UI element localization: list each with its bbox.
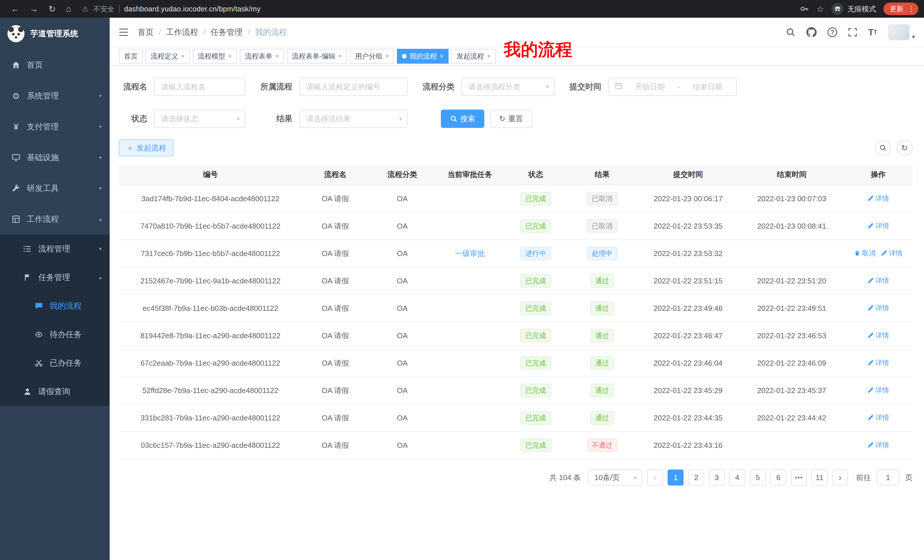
filter-label-submit-time: 提交时间 (568, 81, 602, 92)
process-name-input[interactable] (154, 78, 246, 96)
detail-link[interactable]: 详情 (867, 221, 889, 231)
user-avatar[interactable]: ▾ (888, 24, 915, 40)
address-bar[interactable]: ⚠ 不安全 dashboard.yudao.iocoder.cn/bpm/tas… (82, 4, 800, 14)
close-icon[interactable]: × (338, 52, 342, 60)
github-icon[interactable] (806, 27, 817, 37)
key-icon[interactable] (800, 4, 809, 13)
help-icon[interactable]: ? (828, 27, 837, 37)
eye-icon (33, 330, 45, 339)
detail-link[interactable]: 详情 (867, 331, 889, 340)
col-status: 状态 (504, 165, 568, 185)
cell-status: 已完成 (504, 377, 568, 404)
tab-process-definition[interactable]: 流程定义× (146, 49, 190, 64)
cell-status: 已完成 (504, 213, 568, 240)
breadcrumb-workflow[interactable]: 工作流程 (166, 27, 198, 38)
sidebar-item-task-mgmt[interactable]: 任务管理 ▴ (0, 263, 110, 292)
cell-actions: 取消详情 (844, 240, 913, 267)
refresh-table-button[interactable]: ↻ (897, 140, 913, 156)
home-icon[interactable]: ⌂ (66, 4, 71, 14)
category-select[interactable]: 请选择流程分类 ▾ (461, 78, 555, 96)
page-button-4[interactable]: 4 (729, 470, 745, 485)
cell-actions: 详情 (844, 322, 913, 349)
tab-home[interactable]: 首页 (119, 49, 143, 64)
close-icon[interactable]: × (275, 52, 279, 60)
toggle-search-button[interactable] (875, 140, 891, 156)
submit-time-range[interactable]: 开始日期 - 结束日期 (608, 78, 736, 96)
star-icon[interactable]: ☆ (816, 4, 824, 14)
page-button-1[interactable]: 1 (668, 470, 684, 485)
sidebar-item-workflow[interactable]: 工作流程 ▴ (0, 204, 110, 235)
cell-current-task (436, 431, 504, 459)
table-row: ec45f38f-7b9a-11ec-b03b-acde48001122 OA … (119, 295, 913, 322)
profile-chip[interactable]: 无痕模式 (831, 3, 876, 15)
page-button-last[interactable]: 11 (812, 470, 828, 485)
tab-process-model[interactable]: 流程模型× (193, 49, 237, 64)
breadcrumb-home[interactable]: 首页 (138, 27, 154, 38)
result-select[interactable]: 请选择流结果 ▾ (299, 109, 408, 128)
page-button-2[interactable]: 2 (688, 470, 704, 485)
tab-process-form[interactable]: 流程表单× (240, 49, 284, 64)
sidebar-item-system[interactable]: ⚙ 系统管理 ▾ (0, 81, 110, 111)
tab-process-form-edit[interactable]: 流程表单-编辑× (287, 49, 347, 64)
sidebar-item-home[interactable]: 首页 (0, 49, 110, 81)
close-icon[interactable]: × (440, 52, 444, 60)
cell-submit-time: 2022-01-22 23:53:32 (636, 240, 740, 267)
prev-page-button[interactable]: ‹ (647, 470, 663, 485)
table-toolbar: ＋ 发起流程 ↻ (110, 139, 924, 156)
page-button-3[interactable]: 3 (709, 470, 725, 485)
detail-link[interactable]: 详情 (867, 440, 889, 449)
close-icon[interactable]: × (228, 52, 232, 60)
sidebar-item-my-process[interactable]: 我的流程 (0, 292, 110, 320)
tab-user-group[interactable]: 用户分组× (350, 49, 394, 64)
close-icon[interactable]: × (385, 52, 389, 60)
sidebar-item-devtools[interactable]: 研发工具 ▾ (0, 173, 110, 204)
browser-menu-icon[interactable]: ⋮ (908, 4, 915, 13)
back-icon[interactable]: ← (11, 4, 20, 14)
status-select[interactable]: 请选择状态 ▾ (154, 109, 246, 128)
chevron-down-icon: ▾ (399, 115, 402, 122)
cell-process-name: OA 请假 (302, 267, 369, 295)
page-size-select[interactable]: 10条/页 ▾ (588, 470, 642, 485)
reset-button[interactable]: ↻ 重置 (490, 109, 532, 128)
goto-page-input[interactable] (877, 470, 900, 485)
tab-my-process[interactable]: 我的流程× (397, 49, 448, 64)
detail-link[interactable]: 详情 (867, 358, 889, 367)
page-button-6[interactable]: 6 (770, 470, 786, 485)
parent-process-input[interactable] (299, 78, 408, 96)
tab-start-process[interactable]: 发起流程× (452, 49, 496, 64)
url-text[interactable]: dashboard.yudao.iocoder.cn/bpm/task/my (124, 5, 261, 13)
detail-link[interactable]: 详情 (867, 194, 889, 203)
more-pages-button[interactable]: ••• (791, 470, 807, 485)
detail-link[interactable]: 详情 (867, 276, 889, 285)
sidebar-item-todo-tasks[interactable]: 待办任务 (0, 320, 110, 349)
close-icon[interactable]: × (181, 52, 185, 60)
detail-link[interactable]: 详情 (867, 303, 889, 313)
search-button[interactable]: 搜索 (441, 109, 484, 128)
status-badge: 已完成 (520, 439, 551, 452)
cancel-link[interactable]: 取消 (854, 249, 876, 258)
reload-icon[interactable]: ↻ (48, 4, 56, 14)
search-icon[interactable] (786, 27, 795, 37)
forward-icon[interactable]: → (30, 4, 38, 14)
next-page-button[interactable]: › (832, 470, 848, 485)
sidebar-item-infrastructure[interactable]: 基础设施 ▾ (0, 142, 110, 173)
sidebar-item-payment[interactable]: ¥ 支付管理 ▾ (0, 111, 110, 142)
sidebar-item-process-mgmt[interactable]: 流程管理 ▾ (0, 235, 110, 263)
app-logo[interactable]: 芋道管理系统 (0, 18, 110, 49)
current-task-link[interactable]: 一级审批 (455, 249, 485, 259)
cell-category: OA (369, 404, 436, 431)
breadcrumb-task-mgmt[interactable]: 任务管理 (211, 27, 243, 38)
close-icon[interactable]: × (487, 52, 490, 60)
sidebar-item-done-tasks[interactable]: 已办任务 (0, 349, 110, 377)
font-size-icon[interactable]: TT (868, 27, 877, 38)
hamburger-icon[interactable] (119, 28, 129, 36)
page-button-5[interactable]: 5 (750, 470, 766, 485)
detail-link[interactable]: 详情 (867, 386, 889, 395)
sidebar-item-leave-query[interactable]: 请假查询 (0, 377, 110, 406)
update-button[interactable]: 更新 ⋮ (884, 3, 918, 15)
col-name: 流程名 (302, 165, 369, 185)
fullscreen-icon[interactable] (848, 28, 857, 37)
detail-link[interactable]: 详情 (881, 249, 903, 258)
start-process-button[interactable]: ＋ 发起流程 (119, 139, 174, 156)
detail-link[interactable]: 详情 (867, 413, 889, 422)
